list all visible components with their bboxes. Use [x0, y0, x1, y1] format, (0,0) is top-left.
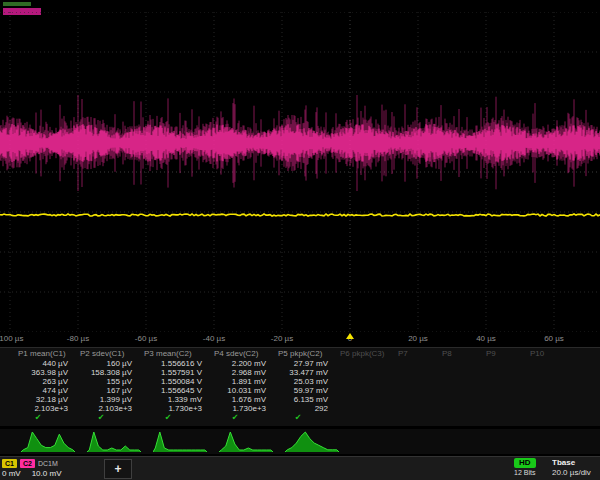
measurement-header-p9[interactable]: P9: [484, 348, 528, 359]
measurement-value: 33.477 mV: [276, 368, 338, 377]
measurement-header-p7[interactable]: P7: [396, 348, 440, 359]
measurement-header-p5[interactable]: P5 pkpk(C2): [276, 348, 338, 359]
measurement-value: 1.399 µV: [78, 395, 142, 404]
empty-cell: [484, 413, 528, 422]
time-axis-label: -60 µs: [135, 334, 157, 343]
measurement-header-p8[interactable]: P8: [440, 348, 484, 359]
measurement-header-p2[interactable]: P2 sdev(C1): [78, 348, 142, 359]
empty-cell: [440, 368, 484, 377]
channel1-offset: 0 mV: [2, 469, 21, 478]
oscilloscope-screen: -100 µs-80 µs-60 µs-40 µs-20 µs020 µs40 …: [0, 0, 600, 480]
status-check-icon: ✔: [212, 413, 276, 422]
channel1-coupling: DC1M: [38, 460, 58, 467]
histicons-strip: [0, 429, 600, 454]
measurement-value: 155 µV: [78, 377, 142, 386]
hd-label: HD: [514, 458, 536, 468]
empty-cell: [484, 404, 528, 413]
empty-cell: [528, 377, 572, 386]
measurement-value: 1.556616 V: [142, 359, 212, 368]
measurement-row-status: ✔✔✔✔✔: [0, 413, 600, 422]
histicon-p5[interactable]: [285, 430, 339, 452]
status-check-icon: ✔: [276, 413, 338, 422]
crosshair-icon: +: [114, 463, 121, 475]
measurement-value: 59.97 mV: [276, 386, 338, 395]
spacer: [0, 395, 16, 404]
empty-cell: [338, 377, 396, 386]
channel1-tag[interactable]: C1: [2, 459, 17, 468]
empty-cell: [396, 386, 440, 395]
empty-cell: [440, 395, 484, 404]
time-axis-label: 60 µs: [544, 334, 564, 343]
empty-cell: [484, 368, 528, 377]
measurement-header-p4[interactable]: P4 sdev(C2): [212, 348, 276, 359]
empty-cell: [396, 359, 440, 368]
empty-cell: [484, 395, 528, 404]
measurement-value: 440 µV: [16, 359, 78, 368]
empty-cell: [338, 386, 396, 395]
time-axis-label: -20 µs: [271, 334, 293, 343]
empty-cell: [484, 359, 528, 368]
empty-cell: [528, 395, 572, 404]
measurement-value: 1.556645 V: [142, 386, 212, 395]
measurement-value: 27.97 mV: [276, 359, 338, 368]
histicon-p4[interactable]: [219, 430, 273, 452]
spacer: [0, 404, 16, 413]
status-check-icon: ✔: [142, 413, 212, 422]
time-axis-label: 40 µs: [476, 334, 496, 343]
measurement-header-p6[interactable]: P6 pkpk(C3): [338, 348, 396, 359]
measurement-value: 160 µV: [78, 359, 142, 368]
spacer: [0, 377, 16, 386]
measurement-value: 167 µV: [78, 386, 142, 395]
empty-cell: [528, 368, 572, 377]
measurement-value: 292: [276, 404, 338, 413]
empty-cell: [396, 368, 440, 377]
histicon-p2[interactable]: [87, 430, 141, 452]
empty-cell: [396, 377, 440, 386]
measurement-value: 263 µV: [16, 377, 78, 386]
measurement-value: 10.031 mV: [212, 386, 276, 395]
channel-descriptors[interactable]: C1 C2 DC1M 0 mV 10.0 mV: [2, 458, 98, 479]
measurement-headers: P1 mean(C1)P2 sdev(C1)P3 mean(C2)P4 sdev…: [0, 348, 600, 359]
status-indicator: [3, 2, 31, 6]
empty-cell: [484, 377, 528, 386]
measurement-table: P1 mean(C1)P2 sdev(C1)P3 mean(C2)P4 sdev…: [0, 347, 600, 426]
histicon-p1[interactable]: [21, 430, 75, 452]
empty-cell: [440, 386, 484, 395]
measurement-row-min: 263 µV155 µV1.550084 V1.891 mV25.03 mV: [0, 377, 600, 386]
empty-cell: [338, 368, 396, 377]
time-axis-label: -40 µs: [203, 334, 225, 343]
empty-cell: [396, 404, 440, 413]
measurement-row-value: 440 µV160 µV1.556616 V2.200 mV27.97 mV: [0, 359, 600, 368]
trigger-time-marker[interactable]: [346, 333, 354, 339]
measurement-value: 1.550084 V: [142, 377, 212, 386]
measurement-value: 363.98 µV: [16, 368, 78, 377]
cursor-position-button[interactable]: +: [104, 459, 132, 479]
bottom-bar: C1 C2 DC1M 0 mV 10.0 mV + HD 12 Bits Tba…: [0, 456, 600, 480]
measurement-value: 2.968 mV: [212, 368, 276, 377]
channel1-vdiv: 10.0 mV: [32, 469, 62, 478]
time-axis-label: 20 µs: [408, 334, 428, 343]
measurement-header-p10[interactable]: P10: [528, 348, 572, 359]
measurement-header-p3[interactable]: P3 mean(C2): [142, 348, 212, 359]
histicon-p3[interactable]: [153, 430, 207, 452]
empty-cell: [528, 404, 572, 413]
spacer: [0, 413, 16, 422]
timebase-descriptor[interactable]: Tbase 20.0 µs/div: [552, 458, 600, 480]
channel2-tag[interactable]: C2: [20, 459, 35, 468]
empty-cell: [338, 413, 396, 422]
spacer: [0, 359, 16, 368]
empty-cell: [440, 404, 484, 413]
measurement-header-p1[interactable]: P1 mean(C1): [16, 348, 78, 359]
empty-cell: [338, 404, 396, 413]
measurement-row-sdev: 32.18 µV1.399 µV1.339 mV1.676 mV6.135 mV: [0, 395, 600, 404]
empty-cell: [528, 413, 572, 422]
measurement-value: 32.18 µV: [16, 395, 78, 404]
waveform-display: [0, 12, 600, 332]
empty-cell: [440, 359, 484, 368]
empty-cell: [440, 413, 484, 422]
time-axis: -100 µs-80 µs-60 µs-40 µs-20 µs020 µs40 …: [0, 334, 600, 346]
spacer: [0, 368, 16, 377]
empty-cell: [396, 395, 440, 404]
measurement-value: 1.730e+3: [142, 404, 212, 413]
measurement-value: 2.103e+3: [78, 404, 142, 413]
